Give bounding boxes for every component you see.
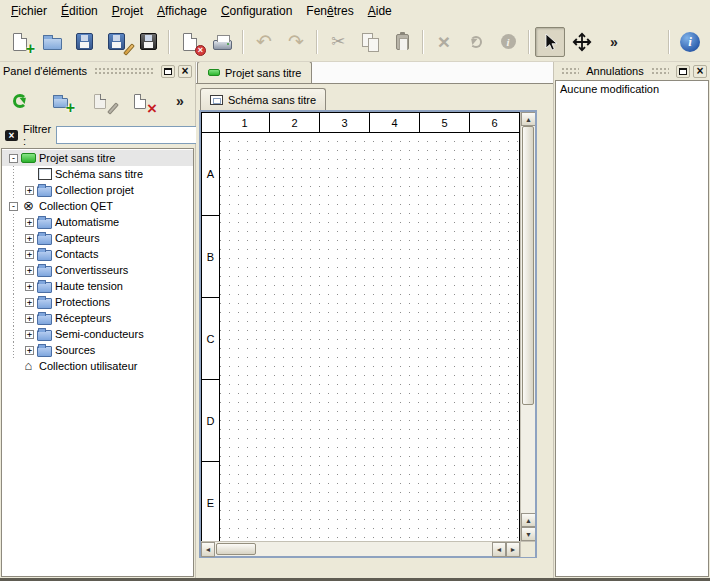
dock-drag-handle[interactable] bbox=[561, 67, 579, 75]
tree-item-label: Capteurs bbox=[55, 232, 100, 244]
rotate-button[interactable] bbox=[461, 27, 491, 57]
tree-item[interactable]: + Convertisseurs bbox=[2, 262, 193, 278]
vertical-scroll-thumb[interactable] bbox=[522, 126, 534, 405]
tree-expander[interactable]: + bbox=[25, 186, 34, 195]
tab-schema[interactable]: Schéma sans titre bbox=[200, 88, 326, 110]
print-button[interactable] bbox=[207, 27, 237, 57]
tree-item[interactable]: + Contacts bbox=[2, 246, 193, 262]
information-icon bbox=[679, 31, 701, 53]
toolbar-overflow-button[interactable] bbox=[599, 27, 629, 57]
float-panel-button[interactable] bbox=[676, 65, 690, 78]
element-info-icon bbox=[497, 31, 519, 53]
close-panel-button[interactable] bbox=[178, 65, 192, 78]
scroll-left-button[interactable] bbox=[492, 542, 506, 557]
tree-item[interactable]: + Récepteurs bbox=[2, 310, 193, 326]
panel-overflow-button[interactable] bbox=[171, 87, 189, 115]
tree-item[interactable]: + Sources bbox=[2, 342, 193, 358]
tree-expander[interactable]: - bbox=[9, 154, 18, 163]
horizontal-scrollbar[interactable] bbox=[201, 542, 520, 556]
scroll-up-button[interactable] bbox=[521, 513, 535, 527]
menu-item[interactable]: Projet bbox=[105, 2, 150, 20]
tree-item-label: Protections bbox=[55, 296, 110, 308]
tree-item[interactable]: + Semi-conducteurs bbox=[2, 326, 193, 342]
horizontal-scroll-thumb[interactable] bbox=[216, 543, 256, 555]
move-tool-icon bbox=[571, 31, 593, 53]
tree-expander[interactable]: + bbox=[25, 218, 34, 227]
redo-button[interactable] bbox=[281, 27, 311, 57]
tree-item[interactable]: + Haute tension bbox=[2, 278, 193, 294]
tree-item[interactable]: + Collection projet bbox=[2, 182, 193, 198]
tree-item[interactable]: Collection utilisateur bbox=[2, 358, 193, 374]
tab-project[interactable]: Projet sans titre bbox=[197, 62, 312, 83]
float-panel-button[interactable] bbox=[161, 65, 175, 78]
menu-item[interactable]: Édition bbox=[54, 2, 105, 20]
tree-expander[interactable]: + bbox=[25, 234, 34, 243]
edit-element-button[interactable] bbox=[86, 87, 114, 115]
close-panel-button[interactable] bbox=[693, 65, 707, 78]
scroll-up-button[interactable] bbox=[521, 112, 535, 126]
tree-expander[interactable]: + bbox=[25, 266, 34, 275]
tree-expander[interactable]: + bbox=[25, 330, 34, 339]
tree-expander[interactable]: - bbox=[9, 202, 18, 211]
undo-button[interactable] bbox=[249, 27, 279, 57]
vertical-scrollbar[interactable] bbox=[520, 112, 535, 541]
copy-button[interactable] bbox=[355, 27, 385, 57]
tree-expander[interactable]: + bbox=[25, 282, 34, 291]
tree-expander[interactable]: + bbox=[25, 314, 34, 323]
new-element-button[interactable] bbox=[46, 87, 74, 115]
menu-item[interactable]: Aide bbox=[361, 2, 399, 20]
diagram-canvas[interactable] bbox=[220, 133, 519, 541]
save-icon bbox=[73, 31, 95, 53]
open-project-icon bbox=[41, 31, 63, 53]
move-tool-button[interactable] bbox=[567, 27, 597, 57]
qet-icon bbox=[21, 200, 36, 213]
column-header: 6 bbox=[469, 113, 519, 132]
horizontal-scroll-track[interactable] bbox=[215, 542, 492, 556]
scroll-left-button[interactable] bbox=[201, 542, 215, 557]
tree-expander[interactable]: + bbox=[25, 250, 34, 259]
select-tool-button[interactable] bbox=[535, 27, 565, 57]
menu-item[interactable]: Affichage bbox=[150, 2, 214, 20]
schema-tab-label: Schéma sans titre bbox=[228, 94, 316, 106]
tree-expander[interactable]: + bbox=[25, 298, 34, 307]
save-all-button[interactable] bbox=[133, 27, 163, 57]
menu-item[interactable]: Fenêtres bbox=[299, 2, 360, 20]
open-project-button[interactable] bbox=[37, 27, 67, 57]
toolbar-separator bbox=[316, 30, 318, 54]
close-document-button[interactable] bbox=[175, 27, 205, 57]
save-button[interactable] bbox=[69, 27, 99, 57]
element-info-button[interactable] bbox=[493, 27, 523, 57]
scroll-down-button[interactable] bbox=[521, 527, 535, 541]
sheet-corner bbox=[202, 113, 220, 132]
reload-collections-button[interactable] bbox=[6, 87, 34, 115]
dock-drag-handle[interactable] bbox=[94, 67, 154, 75]
menu-item[interactable]: Configuration bbox=[214, 2, 299, 20]
menu-item[interactable]: Fichier bbox=[4, 2, 54, 20]
information-button[interactable] bbox=[675, 27, 705, 57]
folder-icon bbox=[37, 184, 52, 197]
paste-button[interactable] bbox=[387, 27, 417, 57]
save-as-button[interactable] bbox=[101, 27, 131, 57]
delete-button[interactable] bbox=[429, 27, 459, 57]
tree-item-label: Haute tension bbox=[55, 280, 123, 292]
tree-item[interactable]: + Capteurs bbox=[2, 230, 193, 246]
folder-icon bbox=[37, 296, 52, 309]
clear-filter-button[interactable] bbox=[5, 125, 18, 145]
scroll-right-button[interactable] bbox=[506, 542, 520, 557]
tree-item[interactable]: + Automatisme bbox=[2, 214, 193, 230]
cut-button[interactable] bbox=[323, 27, 353, 57]
undo-list[interactable]: Aucune modification bbox=[555, 80, 709, 577]
delete-element-button[interactable] bbox=[126, 87, 154, 115]
tree-item-label: Semi-conducteurs bbox=[55, 328, 144, 340]
row-header: E bbox=[202, 461, 219, 541]
print-icon bbox=[211, 31, 233, 53]
filter-input[interactable] bbox=[56, 126, 206, 144]
tree-item[interactable]: + Protections bbox=[2, 294, 193, 310]
tree-item[interactable]: - Projet sans titre bbox=[2, 150, 193, 166]
tree-expander[interactable]: + bbox=[25, 346, 34, 355]
tree-item[interactable]: - Collection QET bbox=[2, 198, 193, 214]
dock-drag-handle[interactable] bbox=[651, 67, 669, 75]
tree-item[interactable]: Schéma sans titre bbox=[2, 166, 193, 182]
vertical-scroll-track[interactable] bbox=[521, 126, 535, 513]
new-document-button[interactable] bbox=[5, 27, 35, 57]
